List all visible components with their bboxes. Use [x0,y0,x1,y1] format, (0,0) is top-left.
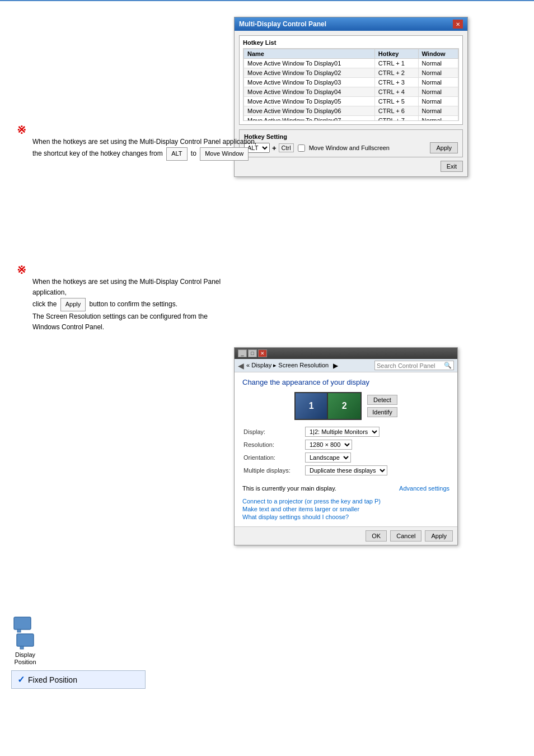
sr-breadcrumb-text: « Display ▸ Screen Resolution [246,362,329,369]
mdcp-close-button[interactable]: ✕ [453,20,463,29]
table-row: Move Active Window To Display07CTRL + 7N… [244,116,458,122]
display-select[interactable]: 1|2: Multiple Monitors [305,427,380,437]
sr-monitor-row: 1 2 Detect Identify [242,392,449,420]
orientation-select[interactable]: Landscape [305,452,351,463]
col-name: Name [244,49,375,59]
fp-menu-item[interactable]: ✓ Fixed Position [11,670,146,689]
table-cell: Move Active Window To Display07 [244,116,375,122]
svg-rect-1 [17,629,21,632]
sr-form-table: Display: 1|2: Multiple Monitors Resoluti… [242,426,449,479]
col-hotkey: Hotkey [374,49,418,59]
mdcp-title: Multi-Display Control Panel [239,20,326,28]
text-size-link[interactable]: Make text and other items larger or smal… [242,506,359,512]
sr-forward-icon[interactable]: ▶ [333,362,338,370]
table-cell: CTRL + 7 [374,116,418,122]
table-cell: CTRL + 2 [374,68,418,78]
fp-icon-display [11,616,39,651]
display-row: Display: 1|2: Multiple Monitors [243,427,448,437]
exit-button[interactable]: Exit [441,161,463,172]
multiple-displays-value: Duplicate these displays [305,465,387,475]
identify-button[interactable]: Identify [367,407,397,417]
note2-content: When the hotkeys are set using the Multi… [32,277,224,333]
monitor1-label: 1 [309,401,314,411]
table-cell: CTRL + 6 [374,106,418,116]
multiple-displays-select[interactable]: Duplicate these displays [305,465,387,475]
orientation-row: Orientation: Landscape [243,452,448,463]
detect-button[interactable]: Detect [367,395,397,405]
apply-button[interactable]: Apply [430,142,458,153]
table-cell: Normal [418,87,458,97]
sr-body: Change the appearance of your display 1 … [235,372,457,526]
monitor1[interactable]: 1 [294,392,328,420]
note2-area: ※ When the hotkeys are set using the Mul… [17,263,224,333]
sr-apply-button[interactable]: Apply [425,530,453,542]
fp-menu-text: Fixed Position [28,675,77,684]
table-row: Move Active Window To Display05CTRL + 5N… [244,97,458,106]
sr-window: _ □ ✕ ◀ « Display ▸ Screen Resolution ▶ … [234,347,458,545]
table-row: Move Active Window To Display03CTRL + 3N… [244,78,458,87]
sr-monitors: 1 2 [294,392,362,420]
sr-heading: Change the appearance of your display [242,378,449,386]
fp-icon-wrapper: DisplayPosition [11,616,190,666]
fp-icon-group: DisplayPosition [11,616,39,666]
hotkey-table-container[interactable]: Name Hotkey Window Move Active Window To… [243,48,459,121]
display-settings-link[interactable]: What display settings should I choose? [242,514,349,520]
table-cell: Move Active Window To Display04 [244,87,375,97]
note2-box1: Apply [60,298,86,311]
resolution-label: Resolution: [243,441,305,448]
sr-restore-button[interactable]: □ [248,349,257,357]
table-cell: Move Active Window To Display02 [244,68,375,78]
sr-search-icon[interactable]: 🔍 [444,362,452,369]
hotkey-table: Name Hotkey Window Move Active Window To… [243,49,458,121]
resolution-value: 1280 × 800 [305,440,352,450]
table-cell: CTRL + 3 [374,78,418,87]
orientation-value: Landscape [305,452,351,463]
table-cell: CTRL + 4 [374,87,418,97]
projector-link[interactable]: Connect to a projector (or press the key… [242,498,381,505]
advanced-settings-link[interactable]: Advanced settings [399,485,449,492]
sr-search-input[interactable] [377,362,444,369]
table-cell: CTRL + 1 [374,59,418,68]
note1-box1: ALT [166,147,187,161]
table-cell: Move Active Window To Display05 [244,97,375,106]
sr-close-button[interactable]: ✕ [258,349,267,357]
sr-breadcrumb: ◀ « Display ▸ Screen Resolution ▶ 🔍 [235,359,457,372]
sr-cancel-button[interactable]: Cancel [390,530,421,542]
sr-links: Connect to a projector (or press the key… [242,497,449,521]
fixed-position-area: DisplayPosition ✓ Fixed Position [11,616,190,689]
sr-title-buttons: _ □ ✕ [238,349,267,357]
note2-line1: When the hotkeys are set using the Multi… [32,277,224,298]
sr-back-icon[interactable]: ◀ [238,361,244,370]
svg-rect-0 [14,617,31,629]
sr-minimize-button[interactable]: _ [238,349,247,357]
svg-rect-3 [20,646,24,649]
table-row: Move Active Window To Display04CTRL + 4N… [244,87,458,97]
main-display-row: This is currently your main display. Adv… [242,483,449,494]
top-separator [0,0,534,1]
multiple-displays-row: Multiple displays: Duplicate these displ… [243,465,448,475]
note1-content: When the hotkeys are set using the Multi… [32,137,330,161]
note2-line2: click the Apply button to confirm the se… [32,298,224,311]
table-cell: Normal [418,106,458,116]
monitor2[interactable]: 2 [328,392,362,420]
orientation-label: Orientation: [243,454,305,461]
display-value: 1|2: Multiple Monitors [305,427,380,437]
note1-icon: ※ [17,124,26,136]
table-row: Move Active Window To Display01CTRL + 1N… [244,59,458,68]
fp-icon-label: DisplayPosition [14,651,36,666]
note2-icon: ※ [17,264,26,276]
note1-area: ※ When the hotkeys are set using the Mul… [17,123,330,161]
hotkey-list-group: Hotkey List Name Hotkey Window Move Acti… [239,35,463,125]
resolution-select[interactable]: 1280 × 800 [305,440,352,450]
mdcp-titlebar: Multi-Display Control Panel ✕ [235,17,467,31]
col-window: Window [418,49,458,59]
sr-detect-buttons: Detect Identify [367,395,397,417]
sr-footer: OK Cancel Apply [235,526,457,545]
svg-rect-2 [17,634,34,646]
sr-ok-button[interactable]: OK [366,530,387,542]
table-cell: Normal [418,59,458,68]
monitor2-label: 2 [342,401,347,411]
table-cell: Normal [418,78,458,87]
table-cell: Move Active Window To Display01 [244,59,375,68]
hotkey-list-label: Hotkey List [243,39,459,46]
